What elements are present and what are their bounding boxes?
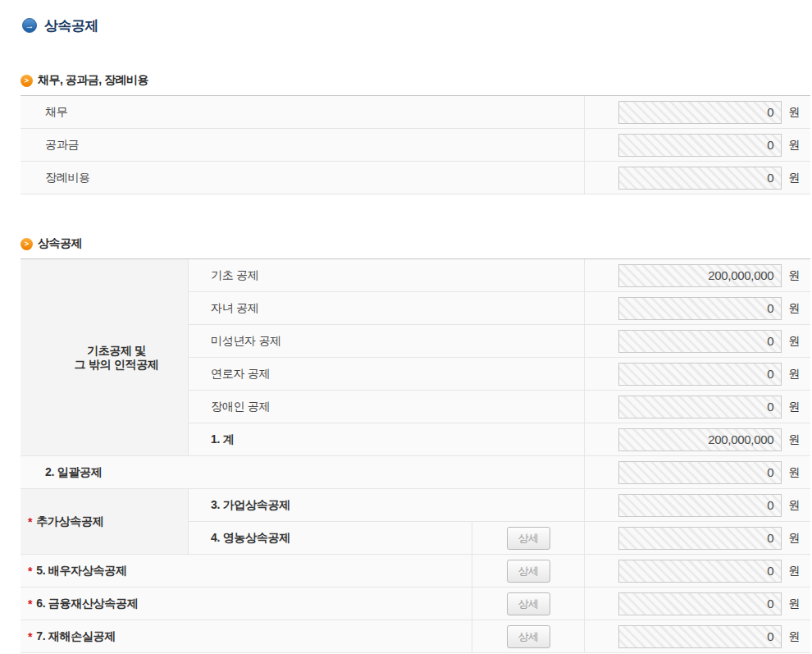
label-spouse-deduction-cell: * 5. 배우자상속공제 [21,555,472,588]
required-marker: * [28,565,32,577]
farming-deduction-amount-input[interactable]: 0 [618,527,782,550]
currency-unit-label: 원 [788,334,800,349]
label-minor-deduction: 미성년자 공제 [189,325,585,358]
chevron-right-circle-icon: > [21,75,33,87]
required-marker: * [28,598,32,610]
basic-deduction-amount-input[interactable]: 200,000,000 [618,264,782,287]
label-disaster-loss-deduction: 7. 재해손실공제 [36,629,116,644]
spouse-deduction-detail-button[interactable]: 상세 [507,560,550,583]
farming-deduction-detail-button[interactable]: 상세 [507,527,550,550]
minor-deduction-amount-input[interactable]: 0 [618,330,782,353]
inheritance-deduction-page: → 상속공제 > 채무, 공과금, 장례비용 채무 0 원 공과금 0 원 장례… [0,16,812,653]
disaster-loss-deduction-amount-input[interactable]: 0 [618,625,782,648]
currency-unit-label: 원 [788,465,800,480]
minor-deduction-amount-cell: 0 원 [585,325,810,358]
disaster-loss-deduction-amount-cell: 0 원 [585,620,810,653]
funeral-expenses-amount-input[interactable]: 0 [618,167,782,190]
group-basic-personal-deductions: 기초공제 및 그 밖의 인적공제 [21,259,189,456]
required-marker: * [28,631,32,643]
label-farming-deduction: 4. 영농상속공제 [189,522,472,555]
label-basic-deduction: 기초 공제 [189,259,585,292]
lump-sum-deduction-amount-input[interactable]: 0 [618,461,782,484]
financial-asset-deduction-detail-button[interactable]: 상세 [507,592,550,615]
label-disaster-loss-deduction-cell: * 7. 재해손실공제 [21,620,472,653]
financial-asset-deduction-detail-cell: 상세 [472,588,585,620]
utility-charges-amount-input[interactable]: 0 [618,134,782,157]
elderly-deduction-amount-cell: 0 원 [585,358,810,391]
page-title: → 상속공제 [22,16,812,34]
spouse-deduction-amount-cell: 0 원 [585,555,810,588]
child-deduction-amount-input[interactable]: 0 [618,297,782,320]
group-basic-line1: 기초공제 및 [87,344,146,358]
label-spouse-deduction: 5. 배우자상속공제 [36,564,127,579]
currency-unit-label: 원 [788,367,800,382]
family-business-deduction-amount-input[interactable]: 0 [618,494,782,517]
label-funeral-expenses: 장례비용 [21,162,585,194]
utility-charges-amount-cell: 0 원 [585,129,810,162]
label-family-business-deduction: 3. 가업상속공제 [189,489,585,522]
debts-table: 채무 0 원 공과금 0 원 장례비용 0 원 [21,95,810,194]
financial-asset-deduction-amount-input[interactable]: 0 [618,592,782,615]
spouse-deduction-detail-cell: 상세 [472,555,585,588]
subtotal-amount-cell: 200,000,000 원 [585,423,810,456]
currency-unit-label: 원 [788,105,800,120]
disabled-deduction-amount-input[interactable]: 0 [618,396,782,418]
group-additional-label: 추가상속공제 [36,515,103,529]
disaster-loss-deduction-detail-button[interactable]: 상세 [507,625,550,648]
farming-deduction-detail-cell: 상세 [472,522,585,555]
basic-deduction-amount-cell: 200,000,000 원 [585,259,810,292]
debt-amount-input[interactable]: 0 [618,101,782,124]
deductions-table: 기초공제 및 그 밖의 인적공제 기초 공제 200,000,000 원 자녀 … [21,258,810,653]
elderly-deduction-amount-input[interactable]: 0 [618,363,782,386]
arrow-right-circle-icon: → [22,18,37,33]
debt-amount-cell: 0 원 [585,96,810,129]
section-debts-header: > 채무, 공과금, 장례비용 [21,74,812,87]
label-disabled-deduction: 장애인 공제 [189,391,585,423]
currency-unit-label: 원 [788,564,800,579]
funeral-expenses-amount-cell: 0 원 [585,162,810,194]
group-basic-line2: 그 밖의 인적공제 [74,358,158,372]
label-utility-charges: 공과금 [21,129,585,162]
subtotal-amount-input[interactable]: 200,000,000 [618,428,782,451]
currency-unit-label: 원 [788,268,800,283]
currency-unit-label: 원 [788,400,800,414]
disaster-loss-deduction-detail-cell: 상세 [472,620,585,653]
currency-unit-label: 원 [788,498,800,513]
chevron-right-circle-icon: > [21,238,33,250]
currency-unit-label: 원 [788,629,800,644]
currency-unit-label: 원 [788,432,800,447]
farming-deduction-amount-cell: 0 원 [585,522,810,555]
family-business-deduction-amount-cell: 0 원 [585,489,810,522]
label-debt: 채무 [21,96,585,129]
section-debts-title: 채무, 공과금, 장례비용 [38,73,148,88]
financial-asset-deduction-amount-cell: 0 원 [585,588,810,620]
disabled-deduction-amount-cell: 0 원 [585,391,810,423]
page-title-label: 상속공제 [44,16,98,35]
currency-unit-label: 원 [788,138,800,153]
lump-sum-deduction-amount-cell: 0 원 [585,456,810,489]
currency-unit-label: 원 [788,531,800,546]
currency-unit-label: 원 [788,597,800,611]
currency-unit-label: 원 [788,301,800,316]
section-deductions-header: > 상속공제 [21,237,812,250]
label-subtotal: 1. 계 [189,423,585,456]
child-deduction-amount-cell: 0 원 [585,292,810,325]
label-elderly-deduction: 연로자 공제 [189,358,585,391]
currency-unit-label: 원 [788,171,800,185]
required-marker: * [28,516,32,528]
section-deductions-title: 상속공제 [38,236,82,251]
spouse-deduction-amount-input[interactable]: 0 [618,560,782,583]
label-child-deduction: 자녀 공제 [189,292,585,325]
label-financial-asset-deduction: 6. 금융재산상속공제 [36,597,138,611]
label-lump-sum-deduction: 2. 일괄공제 [21,456,585,489]
group-additional-deductions: * 추가상속공제 [21,489,189,555]
label-financial-asset-deduction-cell: * 6. 금융재산상속공제 [21,588,472,620]
